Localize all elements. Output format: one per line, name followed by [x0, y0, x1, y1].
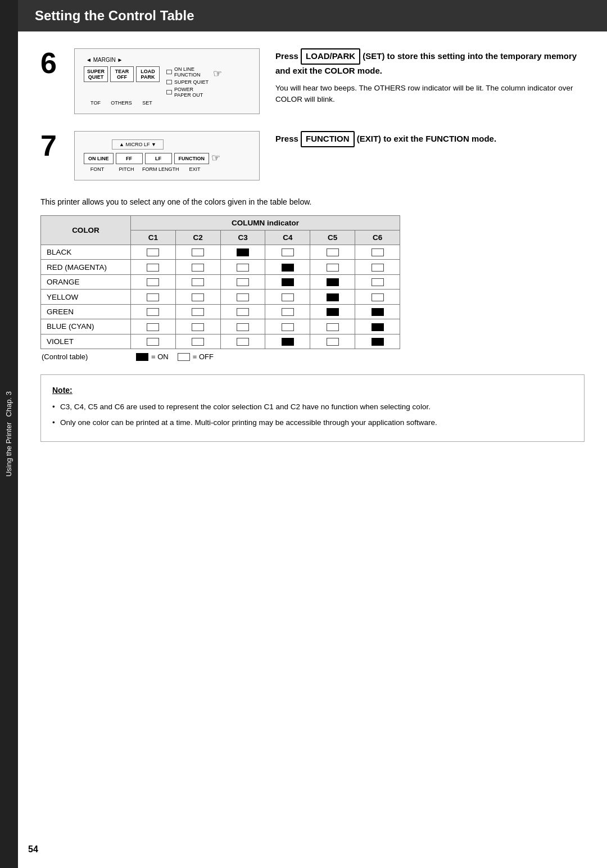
step-7-text: Press FUNCTION (EXIT) to exit the FUNCTI…: [275, 131, 585, 153]
color-cell-c1: [131, 245, 176, 260]
color-cell-c3: [220, 245, 265, 260]
cell-off-indicator: [237, 293, 249, 301]
cell-off-indicator: [192, 323, 204, 331]
cell-on-indicator: [282, 278, 294, 286]
color-cell-c6: [355, 245, 400, 260]
right-indicators: ON LINEFUNCTION SUPER QUIET POWERPAPER O…: [166, 66, 209, 98]
ind-super-quiet: SUPER QUIET: [166, 79, 209, 85]
step-6-number: 6: [40, 48, 63, 78]
ind-online: ON LINEFUNCTION: [166, 66, 209, 78]
cell-off-indicator: [192, 278, 204, 286]
cell-off-indicator: [327, 338, 339, 346]
cell-off-indicator: [237, 264, 249, 272]
cell-off-indicator: [192, 308, 204, 316]
panel7-buttons-row: ON LINE FF LF FUNCTION ☞: [84, 153, 250, 164]
color-cell-c2: [175, 290, 220, 304]
color-cell-c1: [131, 334, 176, 349]
cell-off-indicator: [147, 308, 159, 316]
step-7-press-line: Press FUNCTION (EXIT) to exit the FUNCTI…: [275, 131, 585, 147]
color-cell-c6: [355, 319, 400, 334]
cell-off-indicator: [147, 264, 159, 272]
color-cell-c2: [175, 304, 220, 319]
hand-icon-7: ☞: [211, 152, 220, 164]
color-table: COLOR COLUMN indicator C1 C2 C3 C4 C5 C6…: [40, 215, 400, 349]
note-list: C3, C4, C5 and C6 are used to represent …: [52, 401, 573, 428]
col-header-indicator: COLUMN indicator: [131, 216, 400, 230]
color-cell-c6: [355, 304, 400, 319]
btn-function: FUNCTION: [174, 153, 210, 164]
color-name-cell: BLACK: [41, 245, 131, 260]
color-cell-c5: [310, 334, 355, 349]
ind-box-super: [166, 80, 172, 84]
legend-on-box: [136, 353, 148, 361]
legend-off-box: [178, 353, 190, 361]
cell-off-indicator: [147, 293, 159, 301]
color-cell-c3: [220, 290, 265, 304]
cell-off-indicator: [282, 308, 294, 316]
step-6-image: ◄ MARGIN ► SUPERQUIET TEAROFF LOADPARK O…: [74, 48, 260, 114]
col-c4: C4: [265, 230, 310, 245]
cell-on-indicator: [327, 278, 339, 286]
btn-group-super: SUPERQUIET: [84, 66, 108, 82]
main-content: 6 ◄ MARGIN ► SUPERQUIET TEAROFF LOADPARK: [18, 31, 607, 464]
btn-lf: LF: [145, 153, 172, 164]
color-cell-c5: [310, 260, 355, 274]
color-cell-c5: [310, 274, 355, 289]
cell-on-indicator: [327, 293, 339, 301]
intro-text: This printer allows you to select any on…: [40, 197, 585, 206]
color-cell-c5: [310, 290, 355, 304]
color-cell-c4: [265, 304, 310, 319]
legend-off: = OFF: [178, 352, 214, 361]
page-number: 54: [28, 844, 38, 855]
cell-off-indicator: [327, 323, 339, 331]
legend-row: (Control table) = ON = OFF: [40, 352, 400, 361]
color-cell-c5: [310, 245, 355, 260]
cell-off-indicator: [192, 248, 204, 256]
color-cell-c4: [265, 260, 310, 274]
cell-on-indicator: [372, 308, 384, 316]
cell-on-indicator: [327, 308, 339, 316]
note-bullet-1: C3, C4, C5 and C6 are used to represent …: [52, 401, 573, 413]
sidebar: Chap. 3 Using the Printer: [0, 0, 18, 868]
step-7-section: 7 ▲ MICRO LF ▼ ON LINE FF LF FUNCTION ☞ …: [40, 131, 585, 180]
cell-off-indicator: [237, 308, 249, 316]
cell-on-indicator: [282, 264, 294, 272]
color-cell-c2: [175, 319, 220, 334]
step-7-number: 7: [40, 131, 63, 160]
color-cell-c2: [175, 260, 220, 274]
panel7-label-row: FONT PITCH FORM LENGTH EXIT: [84, 166, 250, 172]
note-title: Note:: [52, 384, 573, 396]
note-box: Note: C3, C4, C5 and C6 are used to repr…: [40, 374, 585, 442]
margin-label: ◄ MARGIN ►: [84, 57, 250, 63]
btn-group-load: LOADPARK: [136, 66, 160, 82]
cell-off-indicator: [147, 338, 159, 346]
color-cell-c6: [355, 260, 400, 274]
cell-off-indicator: [237, 278, 249, 286]
color-name-cell: GREEN: [41, 304, 131, 319]
color-name-cell: BLUE (CYAN): [41, 319, 131, 334]
cell-off-indicator: [237, 323, 249, 331]
btn-super-quiet: SUPERQUIET: [84, 66, 108, 82]
cell-off-indicator: [282, 248, 294, 256]
color-cell-c2: [175, 274, 220, 289]
cell-off-indicator: [372, 248, 384, 256]
key-load-park: LOAD/PARK: [301, 48, 360, 65]
cell-off-indicator: [282, 293, 294, 301]
cell-off-indicator: [192, 264, 204, 272]
cell-off-indicator: [372, 264, 384, 272]
table-row: ORANGE: [41, 274, 400, 289]
label-form-length: FORM LENGTH: [142, 166, 179, 172]
color-cell-c1: [131, 260, 176, 274]
cell-off-indicator: [372, 278, 384, 286]
sidebar-chap: Chap. 3: [4, 391, 14, 417]
step-6-text: Press LOAD/PARK (SET) to store this sett…: [275, 48, 585, 106]
col-c1: C1: [131, 230, 176, 245]
color-cell-c6: [355, 334, 400, 349]
color-cell-c5: [310, 319, 355, 334]
cell-on-indicator: [372, 323, 384, 331]
color-cell-c4: [265, 290, 310, 304]
cell-off-indicator: [192, 293, 204, 301]
hand-icon-6: ☞: [213, 67, 222, 80]
table-row: YELLOW: [41, 290, 400, 304]
color-cell-c1: [131, 274, 176, 289]
